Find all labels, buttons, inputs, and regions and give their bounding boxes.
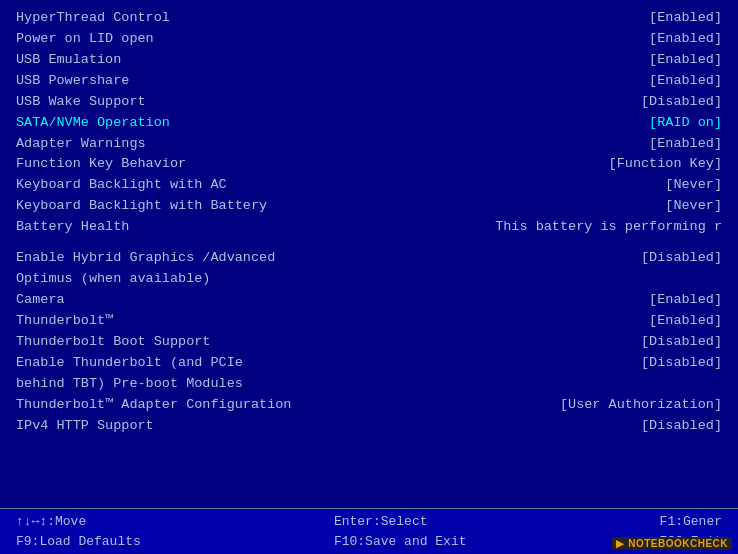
footer-f1-general: F1:Gener — [660, 512, 722, 532]
label-usb-wake: USB Wake Support — [16, 92, 146, 113]
row-backlight-ac[interactable]: Keyboard Backlight with AC [Never] — [16, 175, 722, 196]
value-hybrid-graphics: [Disabled] — [641, 248, 722, 269]
footer-center: Enter:Select F10:Save and Exit — [334, 512, 467, 551]
label-battery-health: Battery Health — [16, 217, 129, 238]
label-adapter-warnings: Adapter Warnings — [16, 134, 146, 155]
value-thunderbolt-pcie: [Disabled] — [641, 353, 722, 374]
bios-screen: HyperThread Control [Enabled] Power on L… — [0, 0, 738, 554]
footer-f10-save[interactable]: F10:Save and Exit — [334, 532, 467, 552]
label-usb-powershare: USB Powershare — [16, 71, 129, 92]
footer-esc-exit[interactable]: ESC:Exit — [660, 532, 722, 552]
row-ipv4[interactable]: IPv4 HTTP Support [Disabled] — [16, 416, 722, 437]
row-usb-wake[interactable]: USB Wake Support [Disabled] — [16, 92, 722, 113]
label-hyperthread: HyperThread Control — [16, 8, 170, 29]
value-usb-emulation: [Enabled] — [649, 50, 722, 71]
row-sata[interactable]: SATA/NVMe Operation [RAID on] — [16, 113, 722, 134]
row-usb-emulation[interactable]: USB Emulation [Enabled] — [16, 50, 722, 71]
value-backlight-ac: [Never] — [665, 175, 722, 196]
label-optimus: Optimus (when available) — [16, 269, 210, 290]
label-thunderbolt-pcie: Enable Thunderbolt (and PCIe — [16, 353, 243, 374]
label-usb-emulation: USB Emulation — [16, 50, 121, 71]
label-ipv4: IPv4 HTTP Support — [16, 416, 154, 437]
row-thunderbolt-boot[interactable]: Thunderbolt Boot Support [Disabled] — [16, 332, 722, 353]
value-sata: [RAID on] — [649, 113, 722, 134]
value-backlight-battery: [Never] — [665, 196, 722, 217]
label-preboot-modules: behind TBT) Pre-boot Modules — [16, 374, 243, 395]
value-adapter-warnings: [Enabled] — [649, 134, 722, 155]
value-fn-key: [Function Key] — [609, 154, 722, 175]
value-usb-wake: [Disabled] — [641, 92, 722, 113]
row-battery-health[interactable]: Battery Health This battery is performin… — [16, 217, 722, 238]
value-thunderbolt: [Enabled] — [649, 311, 722, 332]
row-preboot-modules: behind TBT) Pre-boot Modules — [16, 374, 722, 395]
row-usb-powershare[interactable]: USB Powershare [Enabled] — [16, 71, 722, 92]
row-adapter-warnings[interactable]: Adapter Warnings [Enabled] — [16, 134, 722, 155]
label-sata: SATA/NVMe Operation — [16, 113, 170, 134]
spacer-1 — [16, 238, 722, 248]
label-thunderbolt-adapter: Thunderbolt™ Adapter Configuration — [16, 395, 291, 416]
value-thunderbolt-boot: [Disabled] — [641, 332, 722, 353]
footer-left: ↑↓↔↕:Move F9:Load Defaults — [16, 512, 141, 551]
row-camera[interactable]: Camera [Enabled] — [16, 290, 722, 311]
row-thunderbolt[interactable]: Thunderbolt™ [Enabled] — [16, 311, 722, 332]
label-thunderbolt: Thunderbolt™ — [16, 311, 113, 332]
value-battery-health: This battery is performing r — [495, 217, 722, 238]
value-camera: [Enabled] — [649, 290, 722, 311]
label-fn-key: Function Key Behavior — [16, 154, 186, 175]
footer-move: ↑↓↔↕:Move — [16, 512, 141, 532]
footer-load-defaults[interactable]: F9:Load Defaults — [16, 532, 141, 552]
footer-right: F1:Gener ESC:Exit — [660, 512, 722, 551]
row-thunderbolt-adapter[interactable]: Thunderbolt™ Adapter Configuration [User… — [16, 395, 722, 416]
row-hyperthread[interactable]: HyperThread Control [Enabled] — [16, 8, 722, 29]
row-lid[interactable]: Power on LID open [Enabled] — [16, 29, 722, 50]
value-lid: [Enabled] — [649, 29, 722, 50]
row-thunderbolt-pcie[interactable]: Enable Thunderbolt (and PCIe [Disabled] — [16, 353, 722, 374]
label-backlight-ac: Keyboard Backlight with AC — [16, 175, 227, 196]
bios-content: HyperThread Control [Enabled] Power on L… — [0, 0, 738, 508]
row-fn-key[interactable]: Function Key Behavior [Function Key] — [16, 154, 722, 175]
value-ipv4: [Disabled] — [641, 416, 722, 437]
label-thunderbolt-boot: Thunderbolt Boot Support — [16, 332, 210, 353]
value-hyperthread: [Enabled] — [649, 8, 722, 29]
row-backlight-battery[interactable]: Keyboard Backlight with Battery [Never] — [16, 196, 722, 217]
bios-footer: ↑↓↔↕:Move F9:Load Defaults Enter:Select … — [0, 508, 738, 554]
row-hybrid-graphics[interactable]: Enable Hybrid Graphics /Advanced [Disabl… — [16, 248, 722, 269]
label-backlight-battery: Keyboard Backlight with Battery — [16, 196, 267, 217]
row-optimus[interactable]: Optimus (when available) — [16, 269, 722, 290]
value-usb-powershare: [Enabled] — [649, 71, 722, 92]
footer-enter-select: Enter:Select — [334, 512, 467, 532]
label-hybrid-graphics: Enable Hybrid Graphics /Advanced — [16, 248, 275, 269]
label-lid: Power on LID open — [16, 29, 154, 50]
label-camera: Camera — [16, 290, 65, 311]
value-thunderbolt-adapter: [User Authorization] — [560, 395, 722, 416]
